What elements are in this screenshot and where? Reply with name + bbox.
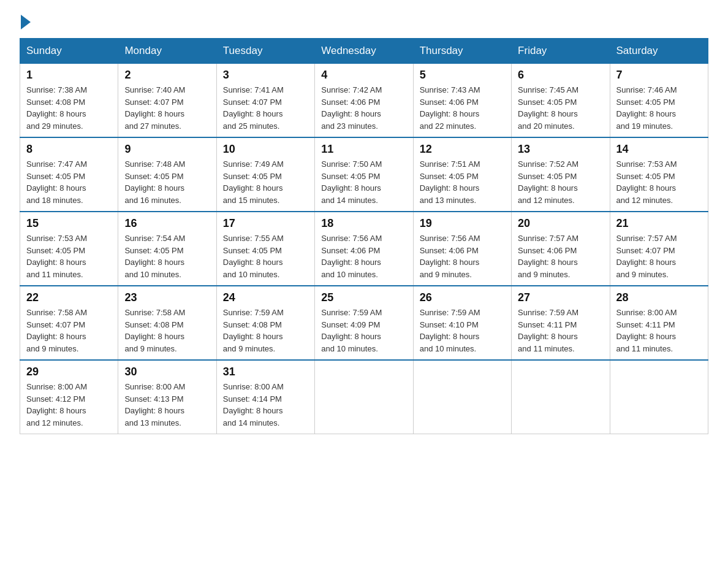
day-number: 20 <box>518 217 603 230</box>
day-info: Sunrise: 7:43 AMSunset: 4:06 PMDaylight:… <box>420 84 505 132</box>
day-number: 7 <box>616 69 702 82</box>
calendar-week-row: 22Sunrise: 7:58 AMSunset: 4:07 PMDayligh… <box>20 286 708 360</box>
day-info: Sunrise: 7:41 AMSunset: 4:07 PMDaylight:… <box>223 84 308 132</box>
day-info: Sunrise: 7:59 AMSunset: 4:09 PMDaylight:… <box>321 307 406 354</box>
calendar-day-cell: 2Sunrise: 7:40 AMSunset: 4:07 PMDaylight… <box>118 64 216 138</box>
header-tuesday: Tuesday <box>216 39 314 64</box>
day-info: Sunrise: 7:59 AMSunset: 4:10 PMDaylight:… <box>420 307 505 354</box>
calendar-week-row: 15Sunrise: 7:53 AMSunset: 4:05 PMDayligh… <box>20 212 708 286</box>
calendar-day-cell: 13Sunrise: 7:52 AMSunset: 4:05 PMDayligh… <box>512 137 610 212</box>
calendar-header-row: SundayMondayTuesdayWednesdayThursdayFrid… <box>20 39 708 64</box>
day-info: Sunrise: 7:48 AMSunset: 4:05 PMDaylight:… <box>124 158 210 206</box>
calendar-day-cell: 20Sunrise: 7:57 AMSunset: 4:06 PMDayligh… <box>512 212 610 286</box>
calendar-week-row: 29Sunrise: 8:00 AMSunset: 4:12 PMDayligh… <box>20 360 708 434</box>
day-info: Sunrise: 7:58 AMSunset: 4:08 PMDaylight:… <box>124 307 210 354</box>
day-number: 22 <box>26 291 112 304</box>
calendar-day-cell <box>610 360 708 434</box>
day-info: Sunrise: 7:56 AMSunset: 4:06 PMDaylight:… <box>321 232 406 280</box>
day-number: 9 <box>124 143 210 156</box>
calendar-day-cell: 16Sunrise: 7:54 AMSunset: 4:05 PMDayligh… <box>118 212 216 286</box>
calendar-day-cell: 14Sunrise: 7:53 AMSunset: 4:05 PMDayligh… <box>610 137 708 212</box>
day-number: 18 <box>321 217 406 230</box>
day-number: 12 <box>420 143 505 156</box>
day-number: 3 <box>223 69 308 82</box>
day-number: 6 <box>518 69 603 82</box>
calendar-day-cell: 31Sunrise: 8:00 AMSunset: 4:14 PMDayligh… <box>216 360 314 434</box>
calendar-day-cell: 12Sunrise: 7:51 AMSunset: 4:05 PMDayligh… <box>413 137 511 212</box>
day-info: Sunrise: 7:56 AMSunset: 4:06 PMDaylight:… <box>420 232 505 280</box>
day-number: 15 <box>26 217 112 230</box>
day-info: Sunrise: 7:57 AMSunset: 4:06 PMDaylight:… <box>518 232 603 280</box>
day-info: Sunrise: 8:00 AMSunset: 4:12 PMDaylight:… <box>26 381 112 429</box>
day-info: Sunrise: 7:49 AMSunset: 4:05 PMDaylight:… <box>223 158 308 206</box>
day-info: Sunrise: 7:52 AMSunset: 4:05 PMDaylight:… <box>518 158 603 206</box>
day-number: 29 <box>26 366 112 378</box>
day-info: Sunrise: 7:40 AMSunset: 4:07 PMDaylight:… <box>124 84 210 132</box>
day-number: 26 <box>420 291 505 304</box>
calendar-day-cell: 11Sunrise: 7:50 AMSunset: 4:05 PMDayligh… <box>315 137 413 212</box>
calendar-day-cell <box>315 360 413 434</box>
day-number: 28 <box>616 291 702 304</box>
day-number: 14 <box>616 143 702 156</box>
calendar-day-cell: 25Sunrise: 7:59 AMSunset: 4:09 PMDayligh… <box>315 286 413 360</box>
header-saturday: Saturday <box>610 39 708 64</box>
header-sunday: Sunday <box>20 39 118 64</box>
calendar-day-cell: 24Sunrise: 7:59 AMSunset: 4:08 PMDayligh… <box>216 286 314 360</box>
calendar-day-cell: 9Sunrise: 7:48 AMSunset: 4:05 PMDaylight… <box>118 137 216 212</box>
day-number: 27 <box>518 291 603 304</box>
logo-flag-icon <box>21 15 31 29</box>
day-number: 8 <box>26 143 112 156</box>
calendar-table: SundayMondayTuesdayWednesdayThursdayFrid… <box>20 38 708 434</box>
calendar-day-cell: 6Sunrise: 7:45 AMSunset: 4:05 PMDaylight… <box>512 64 610 138</box>
day-number: 1 <box>26 69 112 82</box>
day-number: 5 <box>420 69 505 82</box>
header-friday: Friday <box>512 39 610 64</box>
calendar-week-row: 8Sunrise: 7:47 AMSunset: 4:05 PMDaylight… <box>20 137 708 212</box>
calendar-day-cell: 28Sunrise: 8:00 AMSunset: 4:11 PMDayligh… <box>610 286 708 360</box>
day-number: 17 <box>223 217 308 230</box>
calendar-day-cell: 10Sunrise: 7:49 AMSunset: 4:05 PMDayligh… <box>216 137 314 212</box>
header-thursday: Thursday <box>413 39 511 64</box>
day-info: Sunrise: 7:59 AMSunset: 4:11 PMDaylight:… <box>518 307 603 354</box>
day-number: 24 <box>223 291 308 304</box>
day-number: 30 <box>124 366 210 378</box>
day-number: 2 <box>124 69 210 82</box>
header-monday: Monday <box>118 39 216 64</box>
day-info: Sunrise: 8:00 AMSunset: 4:14 PMDaylight:… <box>223 381 308 429</box>
calendar-day-cell: 21Sunrise: 7:57 AMSunset: 4:07 PMDayligh… <box>610 212 708 286</box>
calendar-day-cell: 4Sunrise: 7:42 AMSunset: 4:06 PMDaylight… <box>315 64 413 138</box>
calendar-day-cell: 19Sunrise: 7:56 AMSunset: 4:06 PMDayligh… <box>413 212 511 286</box>
day-info: Sunrise: 7:53 AMSunset: 4:05 PMDaylight:… <box>616 158 702 206</box>
calendar-day-cell: 22Sunrise: 7:58 AMSunset: 4:07 PMDayligh… <box>20 286 118 360</box>
day-info: Sunrise: 7:55 AMSunset: 4:05 PMDaylight:… <box>223 232 308 280</box>
header-wednesday: Wednesday <box>315 39 413 64</box>
calendar-day-cell <box>413 360 511 434</box>
calendar-day-cell: 29Sunrise: 8:00 AMSunset: 4:12 PMDayligh… <box>20 360 118 434</box>
day-info: Sunrise: 7:50 AMSunset: 4:05 PMDaylight:… <box>321 158 406 206</box>
day-number: 19 <box>420 217 505 230</box>
calendar-day-cell: 23Sunrise: 7:58 AMSunset: 4:08 PMDayligh… <box>118 286 216 360</box>
day-info: Sunrise: 7:54 AMSunset: 4:05 PMDaylight:… <box>124 232 210 280</box>
day-info: Sunrise: 7:46 AMSunset: 4:05 PMDaylight:… <box>616 84 702 132</box>
day-info: Sunrise: 7:59 AMSunset: 4:08 PMDaylight:… <box>223 307 308 354</box>
calendar-day-cell: 7Sunrise: 7:46 AMSunset: 4:05 PMDaylight… <box>610 64 708 138</box>
calendar-day-cell: 5Sunrise: 7:43 AMSunset: 4:06 PMDaylight… <box>413 64 511 138</box>
calendar-day-cell: 18Sunrise: 7:56 AMSunset: 4:06 PMDayligh… <box>315 212 413 286</box>
day-info: Sunrise: 7:42 AMSunset: 4:06 PMDaylight:… <box>321 84 406 132</box>
day-number: 11 <box>321 143 406 156</box>
day-info: Sunrise: 8:00 AMSunset: 4:11 PMDaylight:… <box>616 307 702 354</box>
day-number: 4 <box>321 69 406 82</box>
day-number: 21 <box>616 217 702 230</box>
calendar-day-cell: 30Sunrise: 8:00 AMSunset: 4:13 PMDayligh… <box>118 360 216 434</box>
page-header <box>20 15 708 27</box>
day-number: 25 <box>321 291 406 304</box>
calendar-day-cell: 26Sunrise: 7:59 AMSunset: 4:10 PMDayligh… <box>413 286 511 360</box>
calendar-day-cell: 27Sunrise: 7:59 AMSunset: 4:11 PMDayligh… <box>512 286 610 360</box>
calendar-day-cell: 3Sunrise: 7:41 AMSunset: 4:07 PMDaylight… <box>216 64 314 138</box>
day-info: Sunrise: 7:53 AMSunset: 4:05 PMDaylight:… <box>26 232 112 280</box>
logo <box>20 15 32 27</box>
calendar-day-cell: 17Sunrise: 7:55 AMSunset: 4:05 PMDayligh… <box>216 212 314 286</box>
day-info: Sunrise: 7:51 AMSunset: 4:05 PMDaylight:… <box>420 158 505 206</box>
day-number: 16 <box>124 217 210 230</box>
day-info: Sunrise: 7:57 AMSunset: 4:07 PMDaylight:… <box>616 232 702 280</box>
